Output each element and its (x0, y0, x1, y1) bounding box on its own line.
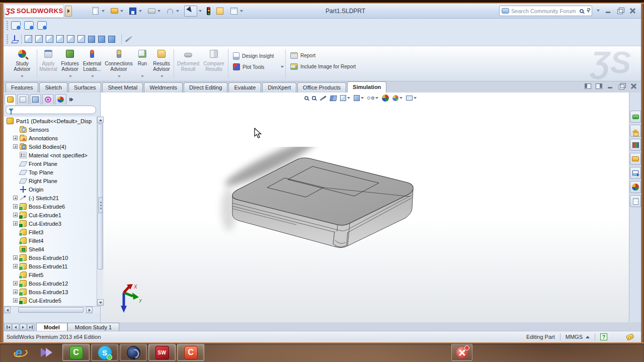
scrollbar-thumb[interactable] (98, 124, 103, 269)
design-library-tab[interactable] (630, 139, 641, 151)
close-button[interactable] (629, 8, 636, 14)
expand-icon[interactable] (13, 204, 18, 209)
front-view-icon[interactable] (25, 35, 32, 43)
part1-3d-model[interactable] (211, 147, 432, 257)
addin-capture-icon-3[interactable] (37, 21, 47, 30)
zoom-to-area-icon[interactable] (312, 94, 316, 103)
more-tabs-chevron[interactable] (69, 94, 73, 105)
tab-office-products[interactable]: Office Products (297, 82, 346, 93)
model-tab[interactable]: Model (36, 323, 67, 331)
external-loads-button[interactable]: External Loads... (81, 48, 103, 72)
split-pane-left-icon[interactable] (585, 83, 591, 89)
tab-surfaces[interactable]: Surfaces (68, 82, 101, 93)
plot-tools-button[interactable]: Plot Tools (233, 63, 284, 70)
chevron-down-icon[interactable] (102, 10, 105, 12)
menu-expand-button[interactable] (65, 6, 72, 17)
view-settings-icon[interactable] (406, 94, 417, 103)
tree-item-root[interactable]: Part1 (Default<<Default>_Disp (4, 117, 97, 125)
bottom-view-icon[interactable] (77, 35, 85, 43)
taskbar-kmplayer[interactable] (34, 344, 61, 361)
zoom-previous-icon[interactable] (319, 94, 327, 103)
taskbar-camtasia-studio[interactable]: C (62, 344, 90, 361)
taskbar-camtasia-recorder[interactable]: C (177, 344, 204, 361)
expand-icon[interactable] (13, 255, 18, 260)
chevron-down-icon[interactable] (91, 75, 94, 77)
scroll-right-button[interactable] (86, 307, 93, 313)
file-explorer-tab[interactable] (630, 153, 641, 165)
run-button[interactable]: Run (135, 48, 149, 66)
search-icon[interactable] (580, 9, 584, 13)
tree-item[interactable]: Fillet5 (4, 270, 97, 279)
previous-tab-button[interactable] (12, 324, 19, 330)
hide-show-items-icon[interactable] (367, 94, 378, 103)
tree-item[interactable]: Solid Bodies(4) (4, 142, 97, 151)
tree-item[interactable]: Boss-Extrude6 (4, 202, 97, 211)
report-button[interactable]: Report (290, 52, 315, 59)
dimetric-view-icon[interactable] (98, 36, 105, 43)
display-style-icon[interactable] (354, 94, 364, 103)
tray-recorder-paused[interactable] (451, 344, 472, 361)
tab-evaluate[interactable]: Evaluate (228, 82, 261, 93)
connections-advisor-button[interactable]: Connections Advisor (104, 48, 133, 72)
chevron-down-icon[interactable] (597, 10, 600, 12)
taskbar-internet-explorer[interactable]: e (5, 344, 32, 361)
compare-results-button[interactable]: Compare Results (202, 48, 226, 72)
restore-button[interactable] (617, 8, 624, 14)
expand-icon[interactable] (13, 221, 18, 226)
tree-item[interactable]: Front Plane (4, 159, 97, 168)
select-button[interactable] (184, 6, 202, 17)
tab-direct-editing[interactable]: Direct Editing (184, 82, 227, 93)
tab-sketch[interactable]: Sketch (39, 82, 67, 93)
first-tab-button[interactable] (5, 324, 12, 330)
toolbar-grip[interactable] (7, 35, 8, 44)
edit-appearance-icon[interactable] (382, 94, 389, 103)
chevron-down-icon[interactable] (141, 75, 144, 77)
right-view-icon[interactable] (56, 35, 64, 43)
tags-icon[interactable] (626, 333, 635, 340)
chevron-down-icon[interactable] (281, 66, 284, 68)
chevron-down-icon[interactable] (199, 10, 202, 12)
document-minimize-button[interactable] (607, 83, 614, 89)
print-button[interactable] (147, 7, 160, 16)
taskbar-skype[interactable]: S (91, 344, 118, 361)
tab-features[interactable]: Features (6, 82, 38, 93)
include-image-for-report-button[interactable]: Include Image for Report (290, 63, 356, 70)
scroll-down-button[interactable] (97, 299, 104, 306)
solidworks-resources-tab[interactable] (630, 125, 641, 137)
minimize-button[interactable] (605, 8, 612, 14)
displaymanager-tab[interactable] (55, 94, 66, 105)
apply-material-button[interactable]: Apply Material (38, 48, 59, 72)
tree-horizontal-scrollbar[interactable] (4, 306, 100, 313)
new-document-button[interactable] (91, 7, 105, 16)
left-view-icon[interactable] (46, 35, 53, 43)
tree-item[interactable]: Top Plane (4, 168, 97, 176)
chevron-down-icon[interactable] (176, 10, 179, 12)
addin-capture-icon-1[interactable] (11, 21, 21, 30)
tree-item[interactable]: Cut-Extrude5 (4, 296, 97, 305)
custom-properties-tab[interactable] (630, 195, 641, 207)
deformed-result-button[interactable]: Deformed Result (176, 48, 201, 72)
expand-icon[interactable] (13, 144, 18, 149)
rebuild-button[interactable] (207, 7, 210, 15)
featuremanager-design-tree-tab[interactable] (5, 94, 16, 105)
tree-item[interactable]: Cut-Extrude1 (4, 211, 97, 219)
tree-item[interactable]: Sensors (4, 125, 97, 134)
tree-item[interactable]: Boss-Extrude11 (4, 262, 97, 270)
chevron-down-icon[interactable] (118, 75, 121, 77)
tree-item[interactable]: Cut-Extrude7 (4, 305, 97, 306)
tab-sheet-metal[interactable]: Sheet Metal (102, 82, 143, 93)
expand-icon[interactable] (13, 264, 18, 268)
study-advisor-button[interactable]: Study Advisor (10, 48, 35, 72)
save-button[interactable] (128, 7, 142, 16)
tree-item[interactable]: Boss-Extrude13 (4, 288, 97, 296)
appearances-scenes-tab[interactable] (630, 181, 641, 193)
isometric-view-icon[interactable] (88, 36, 95, 43)
tree-item[interactable]: Boss-Extrude12 (4, 279, 97, 288)
scroll-up-button[interactable] (97, 117, 104, 123)
tree-item[interactable]: Fillet3 (4, 228, 97, 236)
tree-item[interactable]: Boss-Extrude10 (4, 253, 97, 262)
propertymanager-tab[interactable] (17, 94, 29, 105)
toolbar-grip[interactable] (7, 21, 8, 30)
tab-dimxpert[interactable]: DimXpert (262, 82, 296, 93)
taskbar-solidworks[interactable]: SW (148, 344, 176, 361)
